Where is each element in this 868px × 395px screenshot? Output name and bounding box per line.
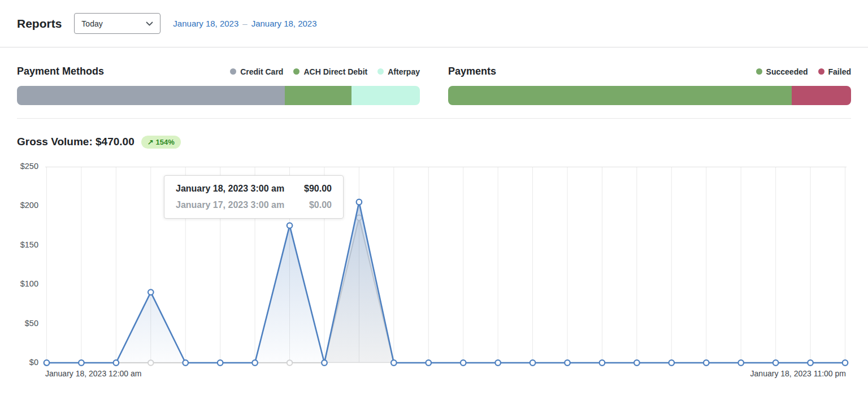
legend-dot-icon [377, 68, 384, 75]
x-axis-start-label: January 18, 2023 12:00 am [45, 369, 141, 378]
tooltip-row: January 17, 2023 3:00 am$0.00 [176, 200, 332, 210]
legend-label: Failed [828, 67, 851, 76]
legend-dot-icon [756, 68, 762, 75]
tooltip-value: $90.00 [304, 184, 332, 194]
period-select-value: Today [81, 19, 102, 28]
payments-bar[interactable] [448, 86, 851, 105]
bar-segment-afterpay[interactable] [351, 86, 420, 105]
bar-segment-succeeded[interactable] [448, 86, 792, 105]
x-axis-end-label: January 18, 2023 11:00 pm [750, 369, 846, 378]
payments-card: Payments SucceededFailed [448, 66, 851, 105]
payment-methods-bar[interactable] [17, 86, 420, 105]
legend-item-ach-direct-debit: ACH Direct Debit [293, 67, 367, 76]
legend-label: Succeeded [766, 67, 808, 76]
y-axis-tick: $150 [0, 240, 38, 249]
legend-item-afterpay: Afterpay [377, 67, 420, 76]
trend-badge: ↗ 154% [141, 136, 181, 149]
trend-badge-value: 154% [156, 138, 175, 146]
legend-label: ACH Direct Debit [303, 67, 367, 76]
bar-segment-credit-card[interactable] [17, 86, 285, 105]
legend-label: Credit Card [240, 67, 283, 76]
legend-dot-icon [818, 68, 824, 75]
payment-methods-card: Payment Methods Credit CardACH Direct De… [17, 66, 420, 105]
tooltip-label: January 18, 2023 3:00 am [176, 184, 284, 194]
bar-segment-failed[interactable] [792, 86, 851, 105]
date-end-link[interactable]: January 18, 2023 [251, 19, 317, 28]
summary-section: Payment Methods Credit CardACH Direct De… [0, 47, 868, 118]
payment-methods-title: Payment Methods [17, 66, 104, 77]
section-divider [17, 118, 851, 119]
page-title: Reports [17, 17, 62, 31]
chart-tooltip: January 18, 2023 3:00 am$90.00January 17… [164, 175, 344, 219]
y-axis-tick: $100 [0, 279, 38, 288]
y-axis-tick: $250 [0, 162, 38, 171]
gross-volume-title: Gross Volume: $470.00 [17, 136, 134, 148]
payment-methods-legend: Credit CardACH Direct DebitAfterpay [230, 67, 420, 76]
date-start-link[interactable]: January 18, 2023 [173, 19, 238, 28]
trend-up-arrow-icon: ↗ [147, 138, 154, 146]
date-range: January 18, 2023–January 18, 2023 [173, 19, 316, 28]
y-axis-tick: $200 [0, 201, 38, 210]
bar-segment-ach-direct-debit[interactable] [285, 86, 351, 105]
tooltip-row: January 18, 2023 3:00 am$90.00 [176, 184, 332, 194]
legend-dot-icon [293, 68, 300, 75]
tooltip-label: January 17, 2023 3:00 am [176, 200, 284, 210]
y-axis-tick: $50 [0, 319, 38, 328]
date-range-separator: – [238, 19, 251, 28]
legend-dot-icon [230, 68, 236, 75]
payments-legend: SucceededFailed [756, 67, 851, 76]
y-axis-tick: $0 [0, 358, 38, 367]
legend-item-succeeded: Succeeded [756, 67, 808, 76]
legend-item-credit-card: Credit Card [230, 67, 283, 76]
reports-toolbar: Reports Today January 18, 2023–January 1… [0, 0, 868, 47]
payments-title: Payments [448, 66, 496, 77]
period-select[interactable]: Today [74, 13, 160, 34]
gross-volume-chart-area: $250$200$150$100$50$0 January 18, 2023 1… [0, 150, 868, 390]
legend-label: Afterpay [388, 67, 420, 76]
legend-item-failed: Failed [818, 67, 851, 76]
gross-volume-section: Gross Volume: $470.00 ↗ 154% $250$200$15… [0, 133, 868, 390]
tooltip-value: $0.00 [309, 200, 332, 210]
chevron-down-icon [146, 21, 153, 26]
